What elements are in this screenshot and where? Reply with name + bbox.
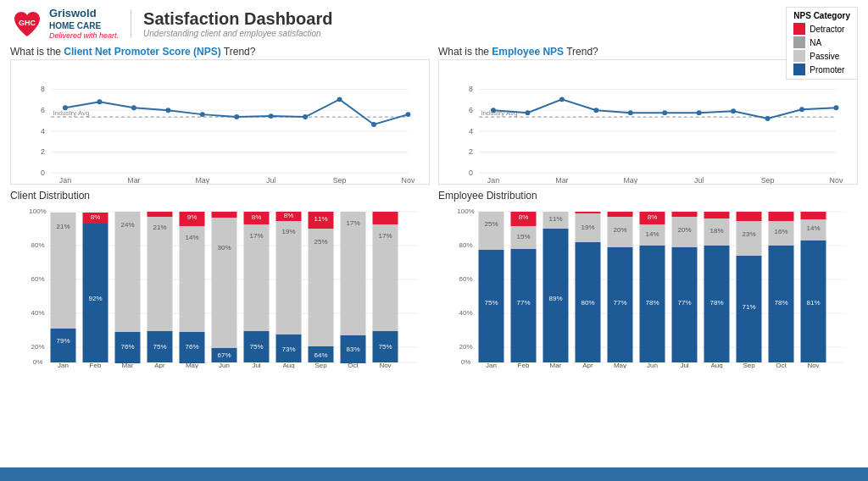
svg-text:17%: 17% <box>249 232 263 240</box>
svg-rect-205 <box>769 212 794 221</box>
svg-text:78%: 78% <box>645 299 659 307</box>
svg-text:23%: 23% <box>742 230 755 238</box>
svg-text:60%: 60% <box>459 275 472 283</box>
svg-text:Nov: Nov <box>379 362 391 368</box>
svg-text:May: May <box>623 176 637 185</box>
svg-point-42 <box>491 108 496 113</box>
legend-item-passive: Passive <box>793 50 850 62</box>
client-distribution-title: Client Distribution <box>10 190 430 202</box>
svg-text:Nov: Nov <box>402 176 415 185</box>
company-name: GriswoldHOME CARE <box>49 8 119 32</box>
svg-rect-88 <box>147 212 173 217</box>
legend-title: NPS Category <box>793 11 850 20</box>
svg-text:73%: 73% <box>281 346 295 353</box>
svg-text:89%: 89% <box>548 295 562 302</box>
svg-text:9%: 9% <box>187 213 198 221</box>
svg-rect-87 <box>147 217 173 331</box>
svg-text:11%: 11% <box>314 215 327 223</box>
svg-rect-197 <box>737 221 762 256</box>
svg-text:Jul: Jul <box>680 362 688 368</box>
svg-text:Jun: Jun <box>219 362 230 368</box>
svg-text:80%: 80% <box>459 241 472 249</box>
svg-point-51 <box>799 107 804 112</box>
svg-point-15 <box>131 105 136 110</box>
svg-text:11%: 11% <box>548 215 562 223</box>
svg-text:20%: 20% <box>613 226 626 234</box>
svg-text:Mar: Mar <box>550 362 562 368</box>
client-distribution-section: Client Distribution 100% 80% 60% 40% 20%… <box>10 190 430 370</box>
svg-point-49 <box>731 108 736 113</box>
svg-text:21%: 21% <box>153 224 166 231</box>
svg-text:14%: 14% <box>185 234 198 241</box>
svg-text:60%: 60% <box>31 275 44 283</box>
svg-text:92%: 92% <box>88 295 102 302</box>
svg-text:83%: 83% <box>346 346 359 353</box>
client-nps-chart: 0 2 4 6 8 Industry Avg <box>10 59 430 185</box>
svg-text:100%: 100% <box>29 207 46 215</box>
svg-text:Apr: Apr <box>154 362 165 368</box>
svg-text:8%: 8% <box>91 213 101 221</box>
svg-text:Sep: Sep <box>743 362 755 368</box>
svg-text:16%: 16% <box>774 228 787 235</box>
svg-rect-168 <box>576 212 601 213</box>
svg-text:2: 2 <box>469 147 473 156</box>
svg-text:Sep: Sep <box>314 362 327 368</box>
svg-text:18%: 18% <box>709 227 723 235</box>
svg-rect-132 <box>373 224 398 331</box>
svg-text:May: May <box>186 362 198 368</box>
svg-text:Feb: Feb <box>90 362 102 368</box>
svg-text:75%: 75% <box>378 343 392 351</box>
svg-text:21%: 21% <box>56 223 70 230</box>
svg-rect-113 <box>276 221 302 334</box>
dashboard-subtitle: Understanding client and employee satisf… <box>143 29 332 38</box>
svg-point-43 <box>525 110 530 115</box>
svg-point-17 <box>200 112 205 117</box>
svg-rect-82 <box>115 212 141 332</box>
svg-text:Mar: Mar <box>122 362 134 368</box>
svg-text:4: 4 <box>41 127 45 135</box>
svg-text:40%: 40% <box>459 309 472 317</box>
svg-rect-133 <box>373 212 398 224</box>
svg-point-45 <box>593 108 598 113</box>
svg-point-48 <box>697 110 702 115</box>
svg-rect-100 <box>212 218 237 348</box>
svg-rect-211 <box>801 212 826 219</box>
svg-text:Jan: Jan <box>487 176 499 185</box>
svg-rect-127 <box>341 212 366 335</box>
svg-text:80%: 80% <box>581 299 594 307</box>
svg-point-46 <box>628 110 633 115</box>
svg-text:May: May <box>614 362 626 368</box>
company-tagline: Delivered with heart. <box>49 31 119 40</box>
legend-item-promoter: Promoter <box>793 64 850 75</box>
svg-text:Aug: Aug <box>282 362 294 368</box>
svg-text:25%: 25% <box>314 238 327 246</box>
svg-rect-101 <box>212 212 237 218</box>
svg-text:14%: 14% <box>806 224 820 232</box>
svg-text:20%: 20% <box>31 343 44 351</box>
svg-text:75%: 75% <box>484 299 498 307</box>
svg-text:19%: 19% <box>581 224 594 231</box>
svg-text:Oct: Oct <box>348 362 359 368</box>
svg-rect-106 <box>244 224 270 331</box>
svg-text:24%: 24% <box>120 221 134 229</box>
svg-text:75%: 75% <box>249 343 263 351</box>
svg-text:8%: 8% <box>648 213 658 221</box>
svg-text:May: May <box>195 176 209 185</box>
svg-point-16 <box>165 108 170 113</box>
svg-text:77%: 77% <box>613 299 626 307</box>
svg-text:76%: 76% <box>120 343 134 351</box>
svg-rect-93 <box>180 226 205 332</box>
svg-text:Jul: Jul <box>694 176 704 185</box>
svg-point-52 <box>834 105 839 110</box>
svg-text:8%: 8% <box>519 213 529 221</box>
svg-text:0: 0 <box>41 169 45 177</box>
svg-text:40%: 40% <box>31 309 44 317</box>
svg-text:14%: 14% <box>645 230 659 238</box>
svg-text:Jan: Jan <box>58 362 69 368</box>
svg-text:Jun: Jun <box>647 362 658 368</box>
svg-text:4: 4 <box>469 127 473 135</box>
svg-text:6: 6 <box>469 106 473 114</box>
employee-distribution-chart: 100% 80% 60% 40% 20% 0% 75% 25% Jan <box>438 203 858 368</box>
logo-area: GHC GriswoldHOME CARE Delivered with hea… <box>10 7 119 41</box>
svg-point-22 <box>371 122 376 127</box>
